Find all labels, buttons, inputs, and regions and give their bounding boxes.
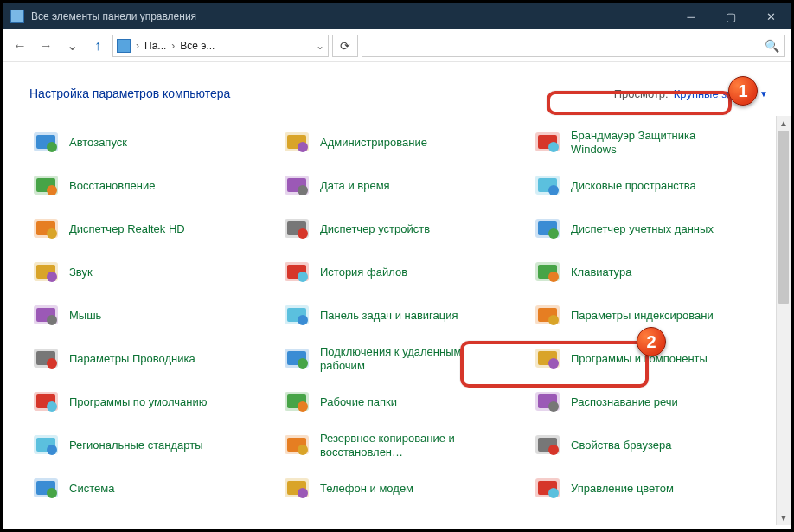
cp-item-label: Дата и время: [320, 179, 390, 193]
cp-item-label: Подключения к удаленным рабочим: [320, 345, 476, 374]
cp-item-system[interactable]: Система: [29, 469, 275, 509]
mouse-icon: [31, 301, 61, 330]
items-grid: АвтозапускАдминистрированиеБрандмауэр За…: [3, 116, 791, 516]
address-bar[interactable]: › Па... › Все э... ⌄: [112, 35, 329, 57]
cp-item-device-manager[interactable]: Диспетчер устройств: [280, 209, 526, 249]
view-by-label: Просмотр:: [614, 87, 669, 100]
cp-item-explorer-options[interactable]: Параметры Проводника: [29, 339, 275, 379]
scroll-down-button[interactable]: ▼: [777, 510, 791, 525]
cp-item-label: Брандмауэр Защитника Windows: [571, 129, 727, 157]
toolbar: ← → ⌄ ↑ › Па... › Все э... ⌄ ⟳ 🔍: [3, 29, 791, 62]
caret-down-icon: ▼: [759, 89, 768, 99]
cp-item-label: Звук: [69, 266, 93, 279]
forward-button[interactable]: →: [35, 35, 57, 57]
svg-point-65: [47, 445, 57, 455]
cp-item-phone-modem[interactable]: Телефон и модем: [280, 469, 526, 509]
cp-item-internet-options[interactable]: Свойства браузера: [531, 426, 777, 465]
indexing-icon: [533, 301, 562, 330]
cp-item-storage-spaces[interactable]: Дисковые пространства: [531, 166, 777, 206]
svg-point-5: [298, 142, 308, 152]
search-icon[interactable]: 🔍: [765, 39, 779, 53]
cp-item-remote-app[interactable]: Подключения к удаленным рабочим: [280, 339, 526, 379]
cp-item-credentials[interactable]: Диспетчер учетных данных: [531, 209, 777, 249]
maximize-button[interactable]: ▢: [711, 3, 751, 29]
cp-item-firewall[interactable]: Брандмауэр Защитника Windows: [531, 123, 777, 163]
cp-item-mouse[interactable]: Мышь: [29, 296, 275, 336]
title-bar: Все элементы панели управления ─ ▢ ✕: [3, 3, 791, 29]
firewall-icon: [533, 128, 562, 157]
cp-item-label: Телефон и модем: [320, 482, 413, 496]
cp-item-speech[interactable]: Распознавание речи: [531, 382, 777, 422]
cp-item-admin-tools[interactable]: Администрирование: [280, 123, 526, 163]
svg-point-29: [47, 272, 57, 282]
scroll-up-button[interactable]: ▲: [777, 116, 791, 131]
cp-item-work-folders[interactable]: Рабочие папки: [280, 382, 526, 422]
cp-item-label: Параметры Проводника: [69, 352, 195, 366]
refresh-button[interactable]: ⟳: [332, 35, 358, 57]
svg-point-71: [548, 445, 559, 455]
cp-item-recovery[interactable]: Восстановление: [29, 166, 275, 206]
cp-item-realtek[interactable]: Диспетчер Realtek HD: [29, 209, 275, 249]
svg-point-44: [548, 315, 559, 325]
svg-point-8: [548, 142, 559, 152]
cp-item-backup[interactable]: Резервное копирование и восстановлен…: [280, 426, 526, 465]
storage-spaces-icon: [533, 171, 562, 201]
cp-item-keyboard[interactable]: Клавиатура: [531, 253, 777, 292]
cp-item-label: Резервное копирование и восстановлен…: [320, 432, 476, 460]
device-manager-icon: [282, 215, 311, 244]
svg-point-38: [47, 315, 57, 325]
cp-item-label: Свойства браузера: [571, 439, 671, 452]
datetime-icon: [282, 171, 311, 201]
cp-item-indexing[interactable]: Параметры индексировани: [531, 296, 777, 336]
recent-locations-button[interactable]: ⌄: [61, 35, 83, 57]
keyboard-icon: [533, 258, 562, 287]
cp-item-label: Диспетчер Realtek HD: [69, 222, 185, 236]
cp-item-file-history[interactable]: История файлов: [280, 253, 526, 292]
vertical-scrollbar[interactable]: ▲ ▼: [776, 116, 791, 525]
recovery-icon: [31, 171, 61, 201]
cp-item-label: Параметры индексировани: [571, 309, 714, 323]
cp-item-label: Распознавание речи: [571, 395, 678, 409]
internet-options-icon: [533, 431, 562, 460]
svg-point-23: [298, 228, 308, 239]
chevron-right-icon: ›: [170, 40, 176, 52]
svg-point-74: [47, 488, 57, 498]
backup-icon: [282, 431, 311, 460]
address-dropdown-button[interactable]: ⌄: [316, 40, 324, 52]
svg-point-53: [548, 358, 559, 369]
breadcrumb-part2[interactable]: Все э...: [180, 40, 215, 52]
cp-item-label: Программы по умолчанию: [69, 395, 207, 409]
remote-app-icon: [282, 344, 311, 374]
cp-item-programs[interactable]: Программы и компоненты: [531, 339, 777, 379]
svg-point-41: [298, 315, 308, 325]
svg-point-26: [548, 228, 559, 239]
close-button[interactable]: ✕: [751, 3, 791, 29]
cp-item-taskbar[interactable]: Панель задач и навигация: [280, 296, 526, 336]
cp-item-sound[interactable]: Звук: [29, 253, 275, 292]
cp-item-color-mgmt[interactable]: Управление цветом: [531, 469, 777, 509]
cp-item-autoplay[interactable]: Автозапуск: [29, 123, 275, 163]
cp-item-defaults[interactable]: Программы по умолчанию: [29, 382, 275, 422]
sound-icon: [31, 258, 61, 287]
svg-point-17: [548, 185, 559, 195]
up-button[interactable]: ↑: [86, 35, 109, 57]
cp-item-label: Мышь: [69, 309, 101, 323]
region-icon: [31, 431, 61, 460]
view-by-dropdown[interactable]: Крупные значки ▼: [674, 87, 768, 100]
cp-item-label: Диспетчер учетных данных: [571, 222, 714, 236]
cp-item-label: Программы и компоненты: [571, 352, 708, 366]
svg-point-50: [298, 358, 308, 369]
cp-item-region[interactable]: Региональные стандарты: [29, 426, 275, 465]
minimize-button[interactable]: ─: [671, 3, 711, 29]
svg-point-77: [298, 488, 308, 498]
back-button[interactable]: ←: [9, 35, 31, 57]
cp-item-label: Дисковые пространства: [571, 179, 696, 193]
scroll-thumb[interactable]: [778, 131, 789, 304]
cp-item-label: Рабочие папки: [320, 395, 397, 409]
cp-item-datetime[interactable]: Дата и время: [280, 166, 526, 206]
breadcrumb-part1[interactable]: Па...: [144, 40, 166, 52]
chevron-right-icon: ›: [134, 40, 141, 52]
search-input[interactable]: [368, 36, 765, 55]
search-box[interactable]: 🔍: [362, 35, 785, 57]
svg-point-47: [47, 358, 57, 369]
